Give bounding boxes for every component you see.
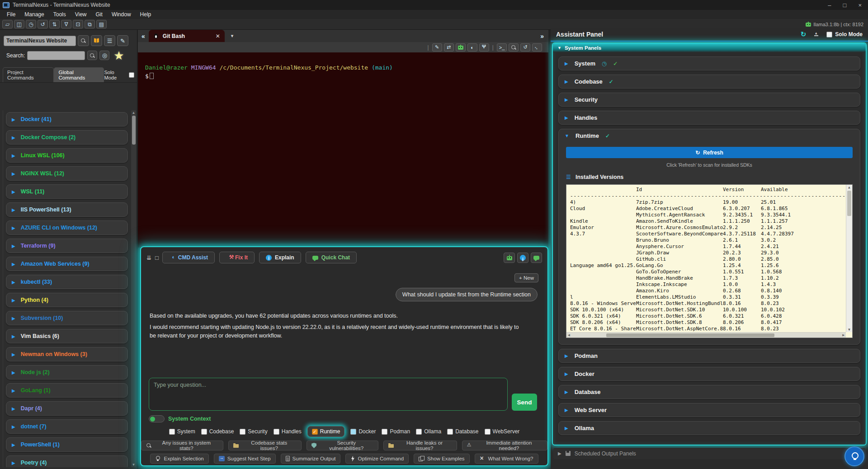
quick-optimize-command[interactable]: Optimize Command — [345, 454, 409, 464]
chat-info-button[interactable] — [517, 253, 528, 263]
quick-what-went-wrong[interactable]: What Went Wrong? — [475, 454, 538, 464]
solo-mode-checkbox[interactable] — [129, 72, 134, 78]
panel-header[interactable]: ▶Web Server — [559, 403, 860, 417]
chat-bubble-button[interactable] — [531, 253, 542, 263]
new-terminal-button[interactable]: >_ — [497, 43, 507, 52]
tab-global-commands[interactable]: Global Commands — [54, 67, 104, 82]
sidebar-category-node-js[interactable]: ▶Node js (2) — [6, 365, 128, 380]
table-row[interactable]: JGraph.Draw20.2.329.3.0 — [566, 250, 852, 256]
table-row[interactable]: Inkscape.Inkscape1.0.01.4.3 — [566, 281, 852, 288]
table-row[interactable]: SDK 6.0.321 (x64)Microsoft.DotNet.SDK.66… — [566, 313, 852, 319]
context-checkbox-docker[interactable]: Docker — [350, 428, 376, 435]
context-checkbox-runtime[interactable]: ✓Runtime — [307, 426, 345, 437]
scheduled-output-panels-bar[interactable]: ▶ Scheduled Output Panels — [553, 448, 865, 459]
context-checkbox-webserver[interactable]: WebServer — [485, 428, 520, 435]
history-icon[interactable]: ↺ — [38, 20, 48, 28]
context-checkbox-codebase[interactable]: Codebase — [201, 428, 234, 435]
quick-explain-selection[interactable]: Explain Selection — [150, 454, 208, 464]
expand-right-icon[interactable]: » — [540, 33, 548, 40]
quick-handle-leaks-or-issues[interactable]: Handle leaks or issues? — [383, 441, 457, 450]
close-button[interactable]: × — [858, 2, 862, 9]
menu-file[interactable]: File — [3, 10, 19, 19]
run-search-button[interactable] — [87, 51, 97, 60]
sidebar-category-wsl[interactable]: ▶WSL (11) — [6, 184, 128, 199]
sidebar-category-nginx-wsl[interactable]: ▶NGINX WSL (12) — [6, 166, 128, 181]
question-input[interactable] — [149, 378, 508, 411]
sidebar-category-azure-cli-on-windows[interactable]: ▶AZURE CLI on Windows (12) — [6, 220, 128, 235]
panel-system[interactable]: ▶System◷✓ — [558, 56, 860, 70]
sidebar-search-input[interactable] — [27, 51, 85, 60]
terminal-history-button[interactable]: ↺ — [520, 43, 530, 52]
sort-icon[interactable]: ⇅ — [49, 20, 60, 28]
system-context-toggle[interactable] — [149, 415, 165, 422]
script-edit-button[interactable]: ✎ — [432, 43, 442, 52]
menu-window[interactable]: Window — [108, 10, 135, 19]
new-chat-button[interactable]: + New — [514, 273, 538, 282]
table-row[interactable]: HandBrake.HandBrake1.7.31.10.2 — [566, 275, 852, 281]
quick-chat-button[interactable]: Quick Chat — [306, 252, 357, 263]
terminal-search-button[interactable] — [509, 43, 519, 52]
context-checkbox-handles[interactable]: Handles — [274, 428, 302, 435]
swap-button[interactable]: ⇄ — [444, 43, 454, 52]
table-horizontal-scrollbar[interactable]: ◀▶ — [566, 332, 846, 338]
installed-versions-table[interactable]: ▲▼ ◀▶ IdVersionAvailable----------------… — [566, 184, 853, 338]
sidebar-category-dapr[interactable]: ▶Dapr (4) — [6, 401, 128, 416]
menu-git[interactable]: Git — [92, 10, 107, 19]
panel-web-server[interactable]: ▶Web Server — [558, 403, 860, 417]
sidebar-category-amazon-web-services[interactable]: ▶Amazon Web Services (9) — [6, 257, 128, 271]
cmd-assist-button[interactable]: CMD Assist — [162, 252, 215, 263]
list-view-button[interactable]: ☰ — [104, 35, 115, 46]
quick-immediate-attention-needed[interactable]: Immediate attention needed? — [462, 441, 547, 450]
sidebar-category-dotnet[interactable]: ▶dotnet (7) — [6, 419, 128, 434]
copy-windows-icon[interactable]: ⧉ — [85, 20, 95, 28]
table-row[interactable]: Anysphere.Cursor1.7.442.4.21 — [566, 244, 852, 250]
table-row[interactable]: lElementLabs.LMStudio0.3.310.3.39 — [566, 294, 852, 300]
panel-header[interactable]: ▶Docker — [559, 367, 860, 380]
table-row[interactable]: KindleAmazon.SendToKindle1.1.1.2501.1.1.… — [566, 218, 852, 225]
workspace-input[interactable] — [4, 36, 76, 46]
sidebar-category-subversion[interactable]: ▶Subversion (10) — [6, 311, 128, 325]
maximize-button[interactable]: □ — [843, 2, 847, 9]
panel-header[interactable]: ▶Security — [559, 93, 860, 106]
sidebar-category-iis-powershell[interactable]: ▶IIS PowerShell (13) — [6, 202, 128, 217]
panel-header[interactable]: ▶Handles — [559, 111, 860, 124]
table-row[interactable]: SDK 8.0.206 (x64)Microsoft.DotNet.SDK.88… — [566, 319, 852, 326]
fullscreen-icon[interactable]: □ — [155, 254, 159, 261]
context-checkbox-system[interactable]: System — [169, 428, 195, 435]
panel-header[interactable]: ▶Podman — [559, 349, 860, 362]
context-checkbox-podman[interactable]: Podman — [382, 428, 410, 435]
panel-header[interactable]: ▶Codebase✓ — [559, 75, 860, 88]
bookmarks-button[interactable] — [91, 35, 102, 46]
sidebar-category-linux-wsl[interactable]: ▶Linux WSL (106) — [6, 148, 128, 163]
favorites-star-icon[interactable]: ★ — [113, 51, 124, 60]
table-row[interactable]: Bruno.Bruno2.6.13.0.2 — [566, 237, 852, 244]
fix-it-button[interactable]: Fix It — [219, 252, 255, 263]
console-icon[interactable]: ▤ — [96, 20, 107, 28]
menu-help[interactable]: Help — [136, 10, 156, 19]
sidebar-category-newman-on-windows[interactable]: ▶Newman on Windows (3) — [6, 347, 128, 361]
quick-suggest-next-step[interactable]: Suggest Next Step — [214, 454, 276, 464]
robot-button[interactable] — [456, 43, 466, 52]
refresh-sdks-button[interactable]: ↻ Refresh — [566, 147, 853, 158]
search-button[interactable] — [78, 35, 89, 46]
filter-icon[interactable]: ∇ — [61, 20, 71, 28]
table-row[interactable]: CloudAdobe.CreativeCloud6.3.0.2076.8.1.8… — [566, 206, 852, 212]
panel-handles[interactable]: ▶Handles — [558, 111, 860, 125]
menu-tools[interactable]: Tools — [49, 10, 70, 19]
system-panels-header[interactable]: ▼ System Panels — [553, 43, 866, 52]
table-row[interactable]: 8.0.16 - Windows Server Hos…Microsoft.Do… — [566, 300, 852, 307]
table-vertical-scrollbar[interactable]: ▲▼ — [846, 185, 852, 332]
panel-header[interactable]: ▶System◷✓ — [559, 57, 860, 70]
send-button[interactable]: Send — [512, 394, 537, 411]
table-row[interactable]: GitHub.cli2.80.02.85.0 — [566, 256, 852, 263]
panel-security[interactable]: ▶Security — [558, 93, 860, 107]
sidebar-category-poetry[interactable]: ▶Poetry (4) — [6, 455, 128, 467]
table-row[interactable]: Amazon.Kiro0.2.680.8.140 — [566, 288, 852, 294]
context-checkbox-database[interactable]: Database — [447, 428, 478, 435]
sidebar-category-powershell[interactable]: ▶PowerShell (1) — [6, 437, 128, 452]
terminal-expand-button[interactable] — [532, 43, 542, 52]
sidebar-category-python[interactable]: ▶Python (4) — [6, 293, 128, 307]
quick-security-vulnerabilities[interactable]: Security vulnerabilities? — [307, 441, 378, 450]
panel-codebase[interactable]: ▶Codebase✓ — [558, 75, 860, 89]
context-checkbox-security[interactable]: Security — [240, 428, 267, 435]
